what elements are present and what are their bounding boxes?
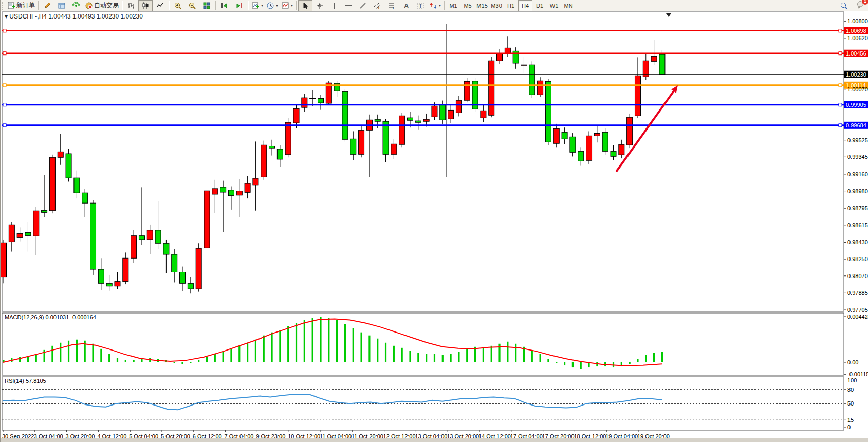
symbol-title[interactable]: ▾ USDCHF-,H4 1.00443 1.00493 1.00230 1.0… — [5, 13, 143, 20]
community-button[interactable]: 1 — [856, 1, 864, 11]
autotrading-icon — [85, 2, 93, 10]
timeframe-w1-button[interactable]: W1 — [547, 0, 561, 11]
candle — [399, 116, 405, 144]
candle — [236, 191, 242, 195]
candle — [635, 76, 640, 116]
line-handle[interactable] — [3, 52, 6, 55]
timeframe-m15-button[interactable]: M15 — [475, 0, 489, 11]
price-axis[interactable]: 1.008001.006201.000700.995250.993450.991… — [844, 18, 868, 313]
candle — [553, 128, 559, 143]
styles-button[interactable] — [40, 0, 54, 11]
dropdown-arrow-icon[interactable]: ▾ — [439, 3, 441, 8]
timeframe-h4-button[interactable]: H4 — [518, 0, 532, 11]
new-order-button[interactable]: 新订单 — [6, 0, 36, 11]
toolbar-separator — [38, 1, 39, 10]
timeframe-m1-button[interactable]: M1 — [446, 0, 460, 11]
dropdown-arrow-icon[interactable]: ▾ — [276, 3, 278, 8]
styles-icon — [43, 2, 51, 10]
candle — [74, 178, 80, 193]
line-handle[interactable] — [839, 103, 842, 106]
autotrading-button[interactable]: 自动交易 — [83, 0, 120, 11]
toolbar-separator — [296, 1, 297, 10]
new-chart-button[interactable]: ▾ — [250, 0, 265, 11]
line-handle[interactable] — [3, 29, 6, 32]
line-handle[interactable] — [839, 52, 842, 55]
zoom-out-button[interactable] — [185, 0, 199, 11]
candle — [497, 53, 503, 61]
candle — [578, 151, 584, 161]
timeframe-m30-button[interactable]: M30 — [489, 0, 504, 11]
zoom-in-button[interactable] — [171, 0, 185, 11]
candle — [586, 136, 592, 160]
line-handle[interactable] — [839, 29, 842, 32]
candle — [619, 144, 624, 155]
chart-shift-button[interactable] — [232, 0, 246, 11]
line-handle[interactable] — [3, 103, 6, 106]
cursor-icon — [301, 2, 309, 10]
line-chart-button[interactable] — [153, 0, 167, 11]
search-button[interactable] — [837, 0, 851, 11]
zoom-out-icon — [188, 2, 196, 10]
candle — [318, 98, 323, 103]
candle — [253, 178, 258, 185]
candle — [106, 283, 112, 286]
candle — [115, 282, 120, 286]
line-handle[interactable] — [3, 84, 6, 87]
candle — [123, 258, 128, 281]
crosshair-icon — [316, 2, 324, 10]
candle — [391, 144, 397, 154]
candle — [456, 100, 461, 113]
timeframe-mn-button[interactable]: MN — [561, 0, 576, 11]
text-label-button[interactable]: T — [413, 0, 428, 11]
candle — [66, 154, 71, 178]
svg-text:E: E — [378, 6, 381, 10]
candle — [529, 65, 535, 95]
candle — [415, 121, 421, 122]
timeframe-h1-button[interactable]: H1 — [504, 0, 518, 11]
equidistant-channel-button[interactable]: E — [370, 0, 384, 11]
candle — [163, 243, 169, 254]
candle — [383, 121, 389, 154]
line-handle[interactable] — [839, 84, 842, 87]
dropdown-arrow-icon[interactable]: ▾ — [261, 3, 263, 8]
auto-scroll-button[interactable] — [217, 0, 232, 11]
candle — [25, 232, 31, 235]
templates-icon — [281, 2, 289, 10]
candle — [538, 81, 543, 95]
candle — [98, 269, 104, 283]
axis-label: 100 — [847, 377, 857, 383]
autotrading-label: 自动交易 — [94, 1, 119, 10]
horizontal-line-button[interactable] — [341, 0, 356, 11]
search-icon — [840, 2, 848, 10]
timeframe-m5-button[interactable]: M5 — [460, 0, 475, 11]
periods-button[interactable]: ▾ — [265, 0, 280, 11]
profiles-button[interactable] — [54, 0, 69, 11]
candle — [147, 230, 153, 240]
candle — [1, 243, 7, 277]
vertical-line-button[interactable] — [327, 0, 341, 11]
cursor-button[interactable] — [298, 0, 312, 11]
axis-label: 0.98430 — [847, 239, 868, 245]
axis-label: 80 — [847, 386, 854, 393]
templates-button[interactable]: ▾ — [280, 0, 294, 11]
dropdown-arrow-icon[interactable]: ▾ — [291, 3, 293, 8]
zoom-in-icon — [174, 2, 182, 10]
timeframe-d1-button[interactable]: D1 — [532, 0, 547, 11]
candlestick-chart-button[interactable] — [138, 0, 153, 11]
text-button[interactable]: A — [399, 0, 413, 11]
line-handle[interactable] — [3, 124, 6, 127]
arrows-button[interactable]: ▾ — [428, 0, 442, 11]
bar-chart-button[interactable] — [124, 0, 138, 11]
fibonacci-button[interactable]: F — [384, 0, 399, 11]
auto-scroll-icon — [220, 2, 229, 10]
axis-label: 0.97705 — [847, 307, 868, 313]
tile-windows-button[interactable] — [199, 0, 214, 11]
trendline-icon — [359, 2, 367, 10]
candle — [17, 233, 23, 237]
candle — [220, 187, 226, 192]
line-handle[interactable] — [839, 124, 842, 127]
trendline-button[interactable] — [356, 0, 370, 11]
crosshair-button[interactable] — [312, 0, 327, 11]
signals-button[interactable] — [69, 0, 83, 11]
axis-label: 0.98795 — [847, 205, 868, 211]
